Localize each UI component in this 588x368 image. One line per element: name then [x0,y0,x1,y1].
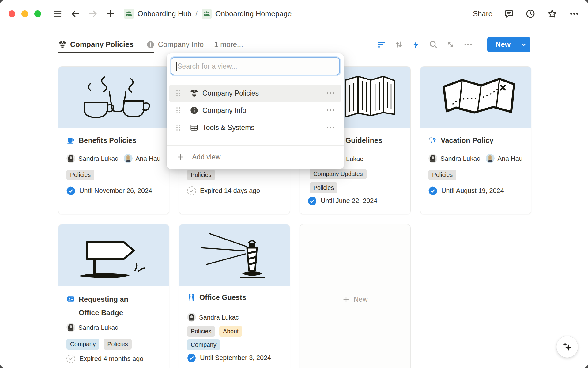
card-title: Office Guests [199,293,246,302]
breadcrumb-page[interactable]: Onboarding Homepage [215,10,292,18]
verified-check-icon [187,354,196,362]
new-card-placeholder[interactable]: New [300,224,411,368]
tag-pill: Policies [66,170,94,180]
avatar [486,154,495,163]
card-vacation-policy[interactable]: Vacation Policy Sandra Lukac Ana Hau Pol… [420,66,531,214]
card-people-row: Sandra Lukac [66,323,169,332]
drag-handle-icon[interactable] [176,90,182,96]
automations-lightning-icon[interactable] [412,40,420,49]
card-title: Guidelines [345,136,382,145]
table-icon [190,123,198,132]
card-cover-signpost-illustration [58,224,169,286]
item-options-icon[interactable] [327,92,334,94]
card-title-row: Office Guests [187,293,285,302]
card-title-row: Benefits Policies [66,136,164,145]
tag-pill: Company [66,339,99,350]
sparkles-icon [561,341,573,353]
plus-icon [342,296,350,303]
breadcrumb-hub[interactable]: Onboarding Hub [138,10,191,18]
tag-pill: Policies [104,339,131,350]
verified-check-icon [308,197,317,205]
card-title: Requesting anOffice Badge [79,293,128,320]
info-icon [190,106,198,115]
back-arrow-icon[interactable] [70,9,80,19]
view-tabs: Company Policies Company Info 1 more... [58,36,243,53]
status-text: Until August 19, 2024 [441,187,504,195]
tag-pill: About [219,326,242,337]
card-cover-map-illustration [420,67,531,128]
item-options-icon[interactable] [327,127,334,128]
new-card-label-row: New [300,295,410,304]
new-button-label: New [487,40,517,49]
view-switcher-dropdown: Company Policies Company Info Tools & Sy… [167,53,344,169]
person-name: Sandra Lukac [199,314,239,321]
drag-handle-icon[interactable] [176,107,182,113]
text-caret [176,62,177,71]
status-text: Expired 14 days ago [200,187,260,195]
card-requesting-office-badge[interactable]: Requesting anOffice Badge Sandra Lukac C… [58,224,169,368]
avatar [66,154,75,163]
verified-check-icon [428,186,437,195]
card-tags: Policies [187,170,285,180]
favorite-star-icon[interactable] [547,9,557,19]
card-office-guests[interactable]: Office Guests Sandra Lukac Policies Abou… [179,224,290,368]
id-badge-icon [66,295,75,320]
traffic-light-close[interactable] [9,10,15,17]
menu-divider [167,145,344,146]
card-benefits-policies[interactable]: Benefits Policies Sandra Lukac Ana Hau P… [58,66,169,214]
sidebar-menu-icon[interactable] [53,9,62,19]
card-status-row: Until June 22, 2024 [308,197,405,205]
info-icon [146,40,155,49]
updates-clock-icon[interactable] [526,9,535,19]
comments-icon[interactable] [504,9,514,19]
person-name: Ana Hau [136,155,161,162]
view-search-input[interactable] [171,62,339,71]
new-page-plus-icon[interactable] [106,9,115,18]
card-status-row: Until August 19, 2024 [428,186,526,195]
plus-icon [176,153,184,161]
view-menu-item-tools-systems[interactable]: Tools & Systems [169,119,341,136]
card-title-row: Requesting anOffice Badge [66,293,128,320]
titlebar-actions: Share [473,9,579,19]
card-status-row: Until September 3, 2024 [187,354,285,362]
tag-pill: Policies [310,182,337,193]
view-search-field[interactable] [171,57,340,75]
traffic-light-zoom[interactable] [34,10,41,17]
status-text: Until November 26, 2024 [79,187,152,195]
sort-icon[interactable] [394,40,403,49]
filter-icon[interactable] [377,40,386,49]
expand-view-icon[interactable] [446,40,455,49]
drag-handle-icon[interactable] [176,125,182,131]
more-views-link[interactable]: 1 more... [214,40,243,49]
expired-check-icon [187,186,196,195]
share-button[interactable]: Share [473,10,492,18]
view-menu-item-label: Company Info [202,106,327,115]
add-view-button[interactable]: Add view [169,149,341,165]
tab-company-info[interactable]: Company Info [146,40,204,49]
status-text: Until June 22, 2024 [321,197,377,205]
avatar [187,313,196,322]
card-status-row: Expired 14 days ago [187,186,285,195]
person-name: Sandra Lukac [440,155,480,162]
more-options-icon[interactable] [569,9,579,19]
view-options-icon[interactable] [463,40,473,49]
card-people-row: Sandra Lukac Ana Hau [428,154,531,163]
card-tags: Policies About [187,326,285,337]
card-cover-lighthouse-illustration [179,224,290,286]
person-name: Sandra Lukac [78,324,118,331]
ai-assistant-button[interactable] [556,336,578,358]
new-button[interactable]: New [487,37,530,52]
traffic-light-minimize[interactable] [21,10,28,17]
search-icon[interactable] [429,40,438,49]
app-window: Onboarding Hub / Onboarding Homepage Sha… [0,0,588,368]
tab-label: Company Info [158,40,204,49]
tab-company-policies[interactable]: Company Policies [58,40,134,49]
view-menu-item-company-policies[interactable]: Company Policies [169,85,341,102]
item-options-icon[interactable] [327,109,334,111]
view-menu-item-company-info[interactable]: Company Info [169,102,341,119]
chevron-down-icon[interactable] [517,41,530,48]
forward-arrow-icon[interactable] [88,9,98,19]
view-menu-item-label: Tools & Systems [202,124,327,132]
breadcrumb: Onboarding Hub / Onboarding Homepage [124,9,292,19]
card-status-row: Expired 4 months ago [66,355,164,363]
